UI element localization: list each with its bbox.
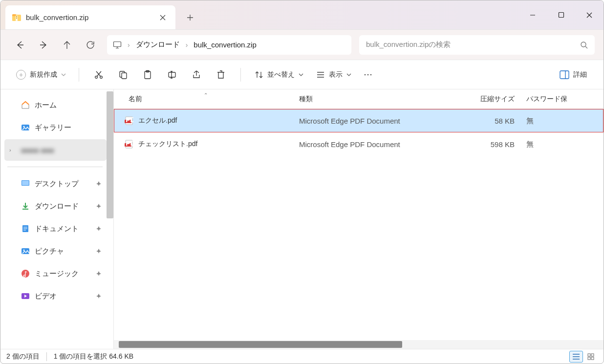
svg-rect-37 — [591, 357, 594, 360]
pdf-icon: PDF — [125, 116, 133, 125]
main: ⌃ 名前 種類 圧縮サイズ パスワード保 PDF エクセル.pdf Micros… — [114, 89, 604, 349]
new-button[interactable]: + 新規作成 — [11, 67, 71, 83]
document-icon — [21, 224, 30, 233]
share-icon — [192, 70, 201, 80]
svg-rect-6 — [114, 42, 121, 46]
sidebar-item-home[interactable]: ホーム — [4, 94, 107, 116]
sort-indicator-icon: ⌃ — [204, 92, 208, 98]
new-tab-button[interactable] — [180, 5, 200, 29]
chevron-right-icon: › — [186, 41, 188, 49]
horizontal-scrollbar[interactable] — [114, 340, 604, 349]
svg-rect-5 — [559, 13, 563, 18]
file-type: Microsoft Edge PDF Document — [297, 140, 427, 149]
minimize-button[interactable] — [518, 0, 547, 29]
separator — [79, 68, 79, 82]
file-row[interactable]: PDF チェックリスト.pdf Microsoft Edge PDF Docum… — [114, 132, 604, 156]
file-name: チェックリスト.pdf — [138, 140, 197, 149]
more-icon — [364, 70, 372, 79]
file-list: PDF エクセル.pdf Microsoft Edge PDF Document… — [114, 109, 604, 340]
back-button[interactable] — [9, 35, 31, 55]
pin-icon — [96, 248, 102, 254]
file-row[interactable]: PDF エクセル.pdf Microsoft Edge PDF Document… — [114, 109, 604, 132]
sidebar-item-desktop[interactable]: デスクトップ — [4, 173, 107, 194]
chevron-down-icon — [346, 72, 351, 77]
sidebar-item-onedrive[interactable]: › ●●●● ●●● — [4, 139, 107, 161]
maximize-button[interactable] — [547, 0, 575, 29]
pdf-icon: PDF — [125, 140, 133, 149]
rename-icon — [167, 70, 177, 80]
sidebar-item-downloads[interactable]: ダウンロード — [4, 195, 107, 217]
zip-folder-icon — [12, 13, 21, 22]
thumbnails-view-button[interactable] — [584, 351, 598, 363]
sidebar-item-label: ギャラリー — [35, 123, 71, 132]
sidebar-item-label: ビデオ — [35, 292, 57, 301]
rename-button[interactable] — [160, 65, 184, 85]
sidebar-item-documents[interactable]: ドキュメント — [4, 218, 107, 239]
column-headers: ⌃ 名前 種類 圧縮サイズ パスワード保 — [114, 89, 604, 109]
file-password: 無 — [524, 140, 604, 149]
arrow-left-icon — [15, 40, 25, 50]
details-view-button[interactable] — [569, 351, 583, 363]
svg-rect-3 — [16, 16, 17, 17]
breadcrumb-item[interactable]: bulk_convertion.zip — [194, 41, 256, 49]
sidebar-item-music[interactable]: ミュージック — [4, 263, 107, 284]
sort-button[interactable]: 並べ替え — [249, 65, 309, 85]
separator — [7, 167, 103, 167]
share-button[interactable] — [185, 65, 208, 85]
search-input[interactable]: bulk_convertion.zipの検索 — [359, 35, 595, 55]
maximize-icon — [558, 12, 564, 18]
pin-icon — [96, 226, 102, 232]
paste-button[interactable] — [136, 65, 159, 85]
close-window-button[interactable] — [575, 0, 604, 29]
up-button[interactable] — [56, 35, 78, 55]
refresh-button[interactable] — [80, 35, 101, 55]
column-header-size[interactable]: 圧縮サイズ — [427, 95, 524, 104]
tab-current[interactable]: bulk_convertion.zip — [5, 5, 175, 29]
chevron-right-icon: › — [128, 41, 130, 49]
grid-icon — [587, 353, 594, 360]
file-size: 58 KB — [427, 117, 524, 125]
statusbar: 2 個の項目 1 個の項目を選択 64.6 KB — [0, 349, 604, 364]
view-button[interactable]: 表示 — [310, 65, 357, 85]
delete-button[interactable] — [209, 65, 233, 85]
sidebar-item-gallery[interactable]: ギャラリー — [4, 117, 107, 138]
sidebar-scrollbar[interactable] — [107, 91, 113, 218]
sort-label: 並べ替え — [267, 70, 295, 79]
file-type: Microsoft Edge PDF Document — [297, 117, 427, 125]
scrollbar-thumb[interactable] — [119, 341, 402, 348]
sidebar-item-videos[interactable]: ビデオ — [4, 285, 107, 307]
details-pane-icon — [560, 70, 569, 79]
scissors-icon — [94, 70, 104, 80]
close-icon — [586, 12, 593, 19]
column-header-password[interactable]: パスワード保 — [524, 95, 604, 104]
details-pane-button[interactable]: 詳細 — [554, 65, 593, 85]
svg-rect-4 — [16, 18, 17, 19]
column-header-type[interactable]: 種類 — [297, 95, 427, 104]
list-icon — [572, 353, 580, 360]
music-icon — [21, 269, 30, 278]
column-header-name[interactable]: ⌃ 名前 — [114, 95, 297, 104]
gallery-icon — [21, 123, 30, 132]
video-icon — [21, 292, 30, 300]
svg-point-25 — [23, 250, 25, 251]
breadcrumb[interactable]: › ダウンロード › bulk_convertion.zip — [107, 35, 351, 55]
chevron-down-icon — [299, 72, 303, 77]
forward-button[interactable] — [33, 35, 54, 55]
toolbar: + 新規作成 並べ替え 表示 詳細 — [0, 60, 604, 89]
minimize-icon — [529, 12, 536, 19]
file-password: 無 — [524, 116, 604, 126]
chevron-down-icon — [61, 72, 66, 77]
copy-button[interactable] — [111, 65, 135, 85]
svg-text:PDF: PDF — [126, 140, 133, 147]
sidebar-item-pictures[interactable]: ピクチャ — [4, 240, 107, 262]
new-label: 新規作成 — [30, 70, 57, 79]
svg-point-7 — [581, 42, 586, 47]
sidebar-item-label: ダウンロード — [35, 202, 79, 211]
more-button[interactable] — [358, 65, 378, 85]
svg-rect-14 — [169, 72, 175, 77]
refresh-icon — [86, 40, 95, 50]
tab-close-button[interactable] — [157, 12, 169, 23]
cut-button[interactable] — [87, 65, 110, 85]
close-icon — [160, 15, 166, 21]
breadcrumb-item[interactable]: ダウンロード — [136, 40, 180, 49]
